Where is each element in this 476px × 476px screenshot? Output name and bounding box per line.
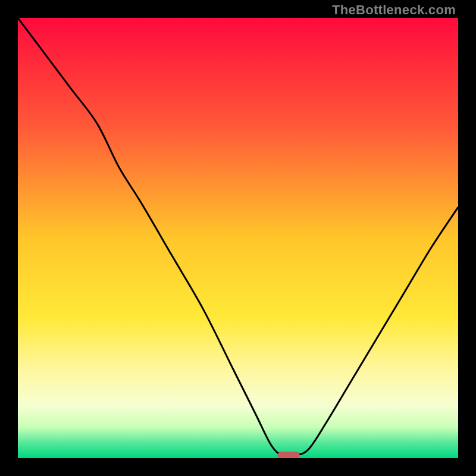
gradient-background	[18, 18, 458, 458]
plot-area	[18, 18, 458, 458]
chart-svg	[18, 18, 458, 458]
watermark-text: TheBottleneck.com	[332, 2, 456, 18]
chart-frame: TheBottleneck.com	[0, 0, 476, 476]
optimum-marker	[278, 452, 300, 458]
